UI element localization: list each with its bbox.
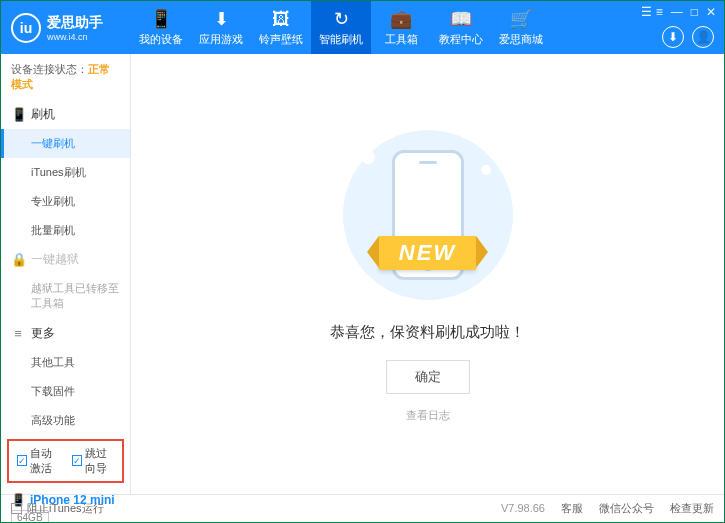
- apps-icon: ⬇: [214, 8, 229, 30]
- sidebar-item-oneclick[interactable]: 一键刷机: [1, 129, 130, 158]
- sidebar-item-itunes[interactable]: iTunes刷机: [1, 158, 130, 187]
- device-icon: 📱: [150, 8, 172, 30]
- nav-media[interactable]: 🖼铃声壁纸: [251, 1, 311, 54]
- image-icon: 🖼: [272, 9, 290, 30]
- logo-icon: iu: [11, 13, 41, 43]
- success-message: 恭喜您，保资料刷机成功啦！: [330, 323, 525, 342]
- footer-wechat[interactable]: 微信公众号: [599, 501, 654, 516]
- ok-button[interactable]: 确定: [386, 360, 470, 394]
- menu-icon: ≡: [11, 326, 25, 341]
- check-icon: ✓: [17, 455, 27, 466]
- view-log-link[interactable]: 查看日志: [406, 408, 450, 423]
- briefcase-icon: 💼: [390, 8, 412, 30]
- sidebar-item-other[interactable]: 其他工具: [1, 348, 130, 377]
- logo: iu 爱思助手 www.i4.cn: [1, 13, 131, 43]
- minimize-button[interactable]: —: [671, 5, 683, 19]
- main-nav: 📱我的设备 ⬇应用游戏 🖼铃声壁纸 ↻智能刷机 💼工具箱 📖教程中心 🛒爱思商城: [131, 1, 551, 54]
- close-button[interactable]: ✕: [706, 5, 716, 19]
- checkbox-auto-activate[interactable]: ✓自动激活: [17, 446, 60, 476]
- sidebar-item-firmware[interactable]: 下载固件: [1, 377, 130, 406]
- sidebar-item-advanced[interactable]: 高级功能: [1, 406, 130, 435]
- checkbox-block-itunes[interactable]: [11, 503, 22, 514]
- user-icon[interactable]: 👤: [692, 26, 714, 48]
- sidebar-section-more[interactable]: ≡更多: [1, 319, 130, 348]
- sidebar-item-pro[interactable]: 专业刷机: [1, 187, 130, 216]
- header: iu 爱思助手 www.i4.cn 📱我的设备 ⬇应用游戏 🖼铃声壁纸 ↻智能刷…: [1, 1, 724, 54]
- nav-toolbox[interactable]: 💼工具箱: [371, 1, 431, 54]
- footer-update[interactable]: 检查更新: [670, 501, 714, 516]
- sidebar-section-flash[interactable]: 📱刷机: [1, 100, 130, 129]
- nav-store[interactable]: 🛒爱思商城: [491, 1, 551, 54]
- nav-tutorial[interactable]: 📖教程中心: [431, 1, 491, 54]
- sidebar-section-jailbreak: 🔒一键越狱: [1, 245, 130, 274]
- nav-my-device[interactable]: 📱我的设备: [131, 1, 191, 54]
- nav-apps[interactable]: ⬇应用游戏: [191, 1, 251, 54]
- version-label: V7.98.66: [501, 502, 545, 514]
- download-icon[interactable]: ⬇: [662, 26, 684, 48]
- sidebar-item-batch[interactable]: 批量刷机: [1, 216, 130, 245]
- options-highlight: ✓自动激活 ✓跳过向导: [7, 439, 124, 483]
- block-itunes-label: 阻止iTunes运行: [27, 501, 104, 516]
- sidebar-jailbreak-note: 越狱工具已转移至 工具箱: [1, 274, 130, 319]
- new-ribbon: NEW: [379, 236, 476, 270]
- book-icon: 📖: [450, 8, 472, 30]
- logo-title: 爱思助手: [47, 14, 103, 32]
- cart-icon: 🛒: [510, 8, 532, 30]
- phone-icon: 📱: [11, 107, 25, 122]
- lock-icon: 🔒: [11, 252, 25, 267]
- nav-flash[interactable]: ↻智能刷机: [311, 1, 371, 54]
- maximize-button[interactable]: □: [691, 5, 698, 19]
- menu-icon[interactable]: ☰ ≡: [641, 5, 662, 19]
- connection-status: 设备连接状态：正常模式: [1, 54, 130, 100]
- window-controls: ☰ ≡ — □ ✕: [641, 5, 716, 19]
- sidebar: 设备连接状态：正常模式 📱刷机 一键刷机 iTunes刷机 专业刷机 批量刷机 …: [1, 54, 131, 494]
- logo-url: www.i4.cn: [47, 32, 103, 42]
- main-content: NEW 恭喜您，保资料刷机成功啦！ 确定 查看日志: [131, 54, 724, 494]
- success-illustration: NEW: [328, 125, 528, 305]
- refresh-icon: ↻: [334, 8, 349, 30]
- checkbox-skip-guide[interactable]: ✓跳过向导: [72, 446, 115, 476]
- check-icon: ✓: [72, 455, 82, 466]
- footer-service[interactable]: 客服: [561, 501, 583, 516]
